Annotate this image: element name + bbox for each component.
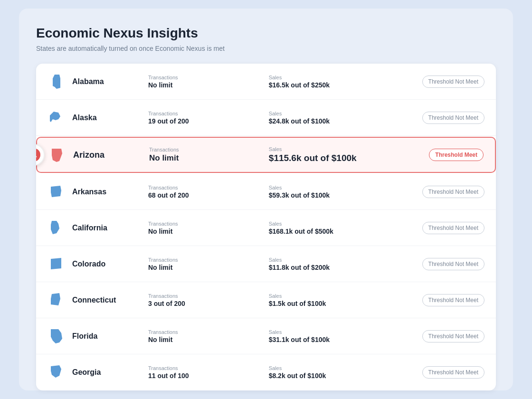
transactions-florida: TransactionsNo limit [148,329,269,343]
threshold-badge-california: Threshold Not Meet [422,222,484,234]
state-name-colorado: Colorado [72,260,148,268]
threshold-badge-alabama: Threshold Not Meet [422,76,484,88]
threshold-badge-connecticut: Threshold Not Meet [422,294,484,306]
badge-area-alaska: Threshold Not Meet [413,112,484,124]
state-name-georgia: Georgia [72,368,148,377]
table-row-arizona[interactable]: ⚠ArizonaTransactionsNo limitSales$115.6k… [36,137,496,173]
threshold-badge-georgia: Threshold Not Meet [422,366,484,379]
state-name-alabama: Alabama [72,77,148,86]
state-icon-california [48,219,65,237]
page-title: Economic Nexus Insights [36,26,496,41]
table-row-alabama[interactable]: AlabamaTransactionsNo limitSales$16.5k o… [36,64,496,100]
sales-arizona: Sales$115.6k out of $100k [269,146,412,163]
main-container: Economic Nexus Insights States are autom… [19,9,513,390]
state-icon-alabama [48,73,65,90]
state-icon-connecticut [48,292,65,309]
threshold-badge-arizona: Threshold Meet [429,149,484,161]
sales-arkansas: Sales$59.3k out of $100k [269,185,413,199]
badge-area-california: Threshold Not Meet [413,222,484,234]
transactions-alaska: Transactions19 out of 200 [148,111,269,125]
transactions-georgia: Transactions11 out of 100 [148,365,269,380]
page-subtitle: States are automatically turned on once … [36,45,496,52]
transactions-colorado: TransactionsNo limit [148,257,269,271]
state-name-arkansas: Arkansas [72,188,148,196]
state-name-connecticut: Connecticut [72,296,148,304]
threshold-badge-arkansas: Threshold Not Meet [422,186,484,198]
table-row-arkansas[interactable]: ArkansasTransactions68 out of 200Sales$5… [36,174,496,210]
state-icon-colorado [48,256,65,273]
state-icon-alaska [48,109,65,126]
threshold-badge-florida: Threshold Not Meet [422,330,484,342]
sales-california: Sales$168.1k out of $500k [269,221,413,235]
table-row-california[interactable]: CaliforniaTransactionsNo limitSales$168.… [36,210,496,246]
states-table: AlabamaTransactionsNo limitSales$16.5k o… [36,64,496,390]
transactions-arkansas: Transactions68 out of 200 [148,185,269,199]
threshold-badge-colorado: Threshold Not Meet [422,258,484,270]
table-row-georgia[interactable]: GeorgiaTransactions11 out of 100Sales$8.… [36,354,496,390]
transactions-arizona: TransactionsNo limit [149,147,269,163]
alert-icon: ⚠ [36,144,45,166]
badge-area-connecticut: Threshold Not Meet [413,294,484,306]
sales-alabama: Sales$16.5k out of $250k [269,75,413,89]
transactions-connecticut: Transactions3 out of 200 [148,293,269,307]
state-name-florida: Florida [72,332,148,341]
table-row-connecticut[interactable]: ConnecticutTransactions3 out of 200Sales… [36,282,496,318]
threshold-badge-alaska: Threshold Not Meet [422,112,484,124]
state-name-arizona: Arizona [73,150,149,160]
badge-area-colorado: Threshold Not Meet [413,258,484,270]
badge-area-arizona: Threshold Meet [412,149,484,161]
state-name-california: California [72,224,148,232]
state-icon-arizona [48,146,66,163]
transactions-california: TransactionsNo limit [148,221,269,235]
badge-area-florida: Threshold Not Meet [413,330,484,342]
transactions-alabama: TransactionsNo limit [148,75,269,89]
state-icon-florida [48,328,65,345]
table-row-florida[interactable]: FloridaTransactionsNo limitSales$31.1k o… [36,318,496,354]
sales-georgia: Sales$8.2k out of $100k [269,365,413,380]
table-row-colorado[interactable]: ColoradoTransactionsNo limitSales$11.8k … [36,246,496,282]
state-icon-arkansas [48,183,65,200]
badge-area-georgia: Threshold Not Meet [413,366,484,379]
state-icon-georgia [48,364,65,381]
sales-florida: Sales$31.1k out of $100k [269,329,413,343]
table-row-alaska[interactable]: AlaskaTransactions19 out of 200Sales$24.… [36,100,496,136]
state-name-alaska: Alaska [72,114,148,122]
badge-area-arkansas: Threshold Not Meet [413,186,484,198]
sales-colorado: Sales$11.8k out of $200k [269,257,413,271]
sales-alaska: Sales$24.8k out of $100k [269,111,413,125]
sales-connecticut: Sales$1.5k out of $100k [269,293,413,307]
badge-area-alabama: Threshold Not Meet [413,76,484,88]
